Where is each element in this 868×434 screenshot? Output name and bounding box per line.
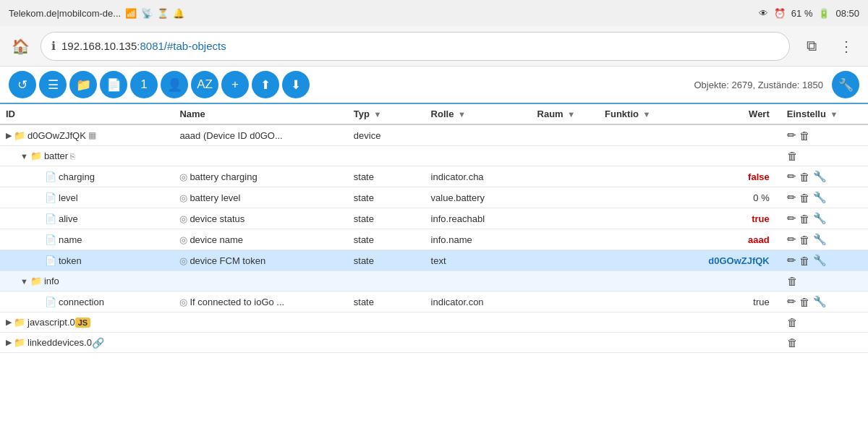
folder-icon: 📁 — [30, 276, 42, 286]
cell-raum — [532, 333, 599, 353]
tool-button[interactable]: 🔧 — [813, 233, 827, 246]
table-row: 📄token◎device FCM tokenstatetextd0GOwZJf… — [0, 250, 868, 271]
menu-button[interactable]: ⋮ — [833, 33, 859, 59]
cell-wert: true — [676, 292, 781, 312]
col-header-rolle[interactable]: Rolle ▼ — [425, 104, 532, 124]
wert-value: false — [748, 171, 770, 182]
refresh-button[interactable]: ↺ — [9, 71, 36, 98]
table-row: ▼📁batter⎘🗑 — [0, 146, 868, 166]
cell-raum — [532, 187, 599, 208]
cell-rolle: info.reachabl — [425, 208, 532, 229]
cell-raum — [532, 124, 599, 146]
delete-button[interactable]: 🗑 — [799, 192, 810, 204]
row-toggle[interactable]: ▶ — [6, 338, 12, 347]
tool-button[interactable]: 🔧 — [813, 170, 827, 183]
copy-icon[interactable]: ⎘ — [70, 152, 75, 161]
name-text: device name — [190, 234, 243, 245]
cell-name — [174, 333, 347, 353]
cell-actions: 🗑 — [781, 146, 868, 166]
name-text: If connected to ioGo ... — [190, 297, 284, 307]
col-header-typ[interactable]: Typ ▼ — [348, 104, 425, 124]
settings-button[interactable]: 🔧 — [832, 71, 859, 98]
delete-button[interactable]: 🗑 — [799, 255, 810, 267]
folder-button[interactable]: 📁 — [69, 71, 97, 98]
address-bar[interactable]: ℹ 192.168.10.135:8081/#tab-objects — [41, 32, 790, 61]
user-button[interactable]: 👤 — [161, 71, 188, 98]
table-row: 📄charging◎battery chargingstateindicator… — [0, 166, 868, 187]
cell-wert: d0GOwZJfQK — [676, 250, 781, 271]
col-header-name[interactable]: Name — [174, 104, 347, 124]
edit-button[interactable]: ✏ — [787, 295, 796, 308]
edit-button[interactable]: ✏ — [787, 170, 796, 183]
file-button[interactable]: 📄 — [100, 71, 127, 98]
id-text: javascript.0 — [27, 317, 75, 328]
id-text: d0GOwZJfQK — [27, 130, 86, 141]
state-icon: ◎ — [179, 297, 187, 307]
list-button[interactable]: ☰ — [39, 71, 67, 98]
cell-id: ▼📁batter⎘ — [0, 146, 174, 166]
cell-raum — [532, 250, 599, 271]
table-row: 📄name◎device namestateinfo.nameaaad✏🗑🔧 — [0, 229, 868, 250]
col-header-id[interactable]: ID — [0, 104, 174, 124]
cell-wert — [676, 146, 781, 166]
delete-button[interactable]: 🗑 — [787, 316, 798, 328]
objects-table: ID Name Typ ▼ Rolle ▼ Raum ▼ Funktio ▼ W… — [0, 104, 868, 353]
cell-name — [174, 271, 347, 292]
add-button[interactable]: + — [221, 71, 249, 98]
delete-button[interactable]: 🗑 — [787, 336, 798, 349]
col-header-raum[interactable]: Raum ▼ — [532, 104, 599, 124]
col-header-einstellu[interactable]: Einstellu ▼ — [781, 104, 868, 124]
cell-typ — [348, 312, 425, 333]
edit-button[interactable]: ✏ — [787, 233, 796, 246]
folder-icon: 📁 — [14, 337, 25, 348]
tool-button[interactable]: 🔧 — [813, 191, 827, 204]
cell-raum — [532, 208, 599, 229]
delete-button[interactable]: 🗑 — [799, 234, 810, 246]
cell-typ: state — [348, 229, 425, 250]
tool-button[interactable]: 🔧 — [813, 212, 827, 225]
cell-typ: state — [348, 292, 425, 312]
tool-button[interactable]: 🔧 — [813, 295, 827, 308]
download-button[interactable]: ⬇ — [282, 71, 310, 98]
tool-button[interactable]: 🔧 — [813, 254, 827, 267]
edit-button[interactable]: ✏ — [787, 212, 796, 225]
link-icon: 🔗 — [92, 337, 104, 349]
upload-button[interactable]: ⬆ — [252, 71, 279, 98]
delete-button[interactable]: 🗑 — [799, 296, 810, 308]
cell-id: ▶📁javascript.0JS — [0, 312, 174, 333]
col-header-funktio[interactable]: Funktio ▼ — [599, 104, 676, 124]
edit-button[interactable]: ✏ — [787, 254, 796, 267]
cell-actions: ✏🗑🔧 — [781, 208, 868, 229]
cell-actions: ✏🗑🔧 — [781, 187, 868, 208]
table-row: ▶📁d0GOwZJfQK▦aaad (Device ID d0GO...devi… — [0, 124, 868, 146]
cell-actions: 🗑 — [781, 333, 868, 353]
delete-button[interactable]: 🗑 — [799, 129, 810, 142]
row-toggle[interactable]: ▼ — [20, 277, 28, 286]
delete-button[interactable]: 🗑 — [787, 275, 798, 287]
cell-id: 📄name — [0, 229, 174, 250]
home-button[interactable]: 🏠 — [9, 35, 32, 58]
cell-funktio — [599, 166, 676, 187]
az-button[interactable]: AZ — [191, 71, 218, 98]
delete-button[interactable]: 🗑 — [787, 150, 798, 162]
edit-button[interactable]: ✏ — [787, 191, 796, 204]
cell-rolle — [425, 146, 532, 166]
delete-button[interactable]: 🗑 — [799, 213, 810, 225]
cell-rolle: text — [425, 250, 532, 271]
row-toggle[interactable]: ▶ — [6, 131, 12, 140]
name-text: device FCM token — [190, 255, 265, 266]
id-text: batter — [44, 150, 68, 161]
name-text: device status — [190, 213, 244, 224]
delete-button[interactable]: 🗑 — [799, 171, 810, 183]
cell-rolle — [425, 124, 532, 146]
edit-button[interactable]: ✏ — [787, 129, 796, 142]
status-right: 👁 ⏰ 61 % 🔋 08:50 — [759, 8, 859, 19]
cell-name — [174, 312, 347, 333]
row-toggle[interactable]: ▼ — [20, 152, 28, 161]
tab-switcher-button[interactable]: ⧉ — [799, 33, 825, 59]
one-button[interactable]: 1 — [130, 71, 158, 98]
address-text: 192.168.10.135:8081/#tab-objects — [61, 40, 226, 52]
cell-rolle — [425, 312, 532, 333]
row-toggle[interactable]: ▶ — [6, 318, 12, 327]
cell-id: 📄charging — [0, 166, 174, 187]
